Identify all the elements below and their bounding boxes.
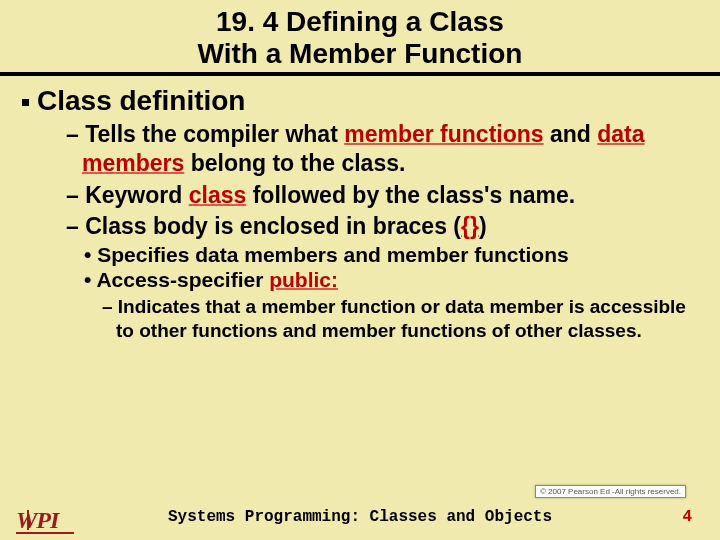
b1-post: belong to the class. [184, 150, 405, 176]
page-number: 4 [682, 508, 692, 526]
bullet-3: – Class body is enclosed in braces ({}) [66, 212, 702, 241]
b1-mid: and [544, 121, 598, 147]
slide-title: 19. 4 Defining a Class With a Member Fun… [0, 0, 720, 76]
b2-post: followed by the class's name. [246, 182, 575, 208]
sub2-pre: • Access-specifier [84, 268, 269, 291]
logo-separator-icon [27, 510, 29, 530]
slide-body: Class definition – Tells the compiler wh… [0, 76, 720, 342]
b3-pre: – Class body is enclosed in braces ( [66, 213, 461, 239]
sub2-hl: public: [269, 268, 338, 291]
footer-text: Systems Programming: Classes and Objects [0, 508, 720, 526]
heading-text: Class definition [37, 85, 245, 116]
title-line-2: With a Member Function [0, 38, 720, 70]
logo-right: PI [36, 507, 58, 533]
b3-post: ) [479, 213, 487, 239]
subbullet-2: • Access-specifier public: [84, 267, 702, 293]
b1-hl1: member functions [344, 121, 543, 147]
title-line-1: 19. 4 Defining a Class [0, 6, 720, 38]
b2-hl: class [189, 182, 247, 208]
square-bullet-icon [22, 99, 29, 106]
copyright-notice: © 2007 Pearson Ed -All rights reserved. [535, 485, 686, 498]
subsubbullet-1: – Indicates that a member function or da… [102, 295, 702, 343]
b1-pre: – Tells the compiler what [66, 121, 344, 147]
wpi-logo: WPI [16, 507, 74, 534]
b3-hl: {} [461, 213, 479, 239]
subbullet-1: • Specifies data members and member func… [84, 242, 702, 268]
bullet-1: – Tells the compiler what member functio… [66, 120, 702, 179]
bullet-2: – Keyword class followed by the class's … [66, 181, 702, 210]
b2-pre: – Keyword [66, 182, 189, 208]
heading-level1: Class definition [22, 84, 702, 118]
